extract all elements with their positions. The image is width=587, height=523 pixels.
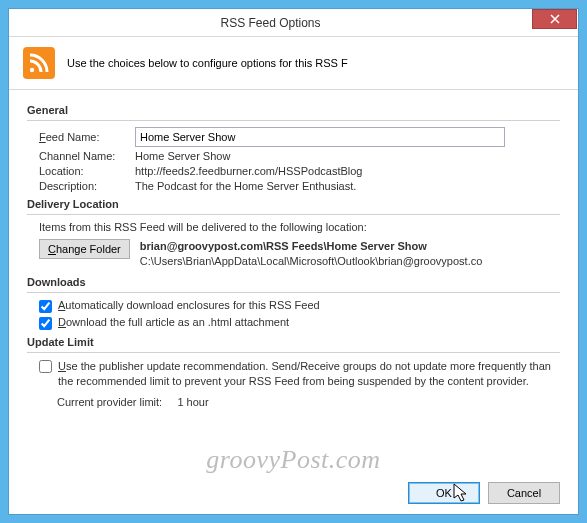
auto-download-label: Automatically download enclosures for th… — [58, 299, 320, 311]
section-update-heading: Update Limit — [27, 336, 560, 348]
divider — [27, 292, 560, 293]
channel-name-label: Channel Name: — [39, 150, 129, 162]
full-article-label: Download the full article as an .html at… — [58, 316, 289, 328]
close-icon — [550, 14, 560, 24]
location-label: Location: — [39, 165, 129, 177]
header-hint: Use the choices below to configure optio… — [67, 57, 348, 69]
auto-download-checkbox[interactable] — [39, 300, 52, 313]
header-band: Use the choices below to configure optio… — [9, 37, 578, 90]
divider — [27, 352, 560, 353]
section-downloads-heading: Downloads — [27, 276, 560, 288]
feed-name-label: Feed Name: — [39, 131, 129, 143]
titlebar: RSS Feed Options — [9, 9, 578, 37]
cancel-button[interactable]: Cancel — [488, 482, 560, 504]
section-delivery-heading: Delivery Location — [27, 198, 560, 210]
full-article-checkbox[interactable] — [39, 317, 52, 330]
channel-name-value: Home Server Show — [135, 150, 230, 162]
window-chrome: RSS Feed Options Use the choices below t… — [0, 0, 587, 523]
content-area: General Feed Name: Channel Name: Home Se… — [9, 90, 578, 474]
window-title: RSS Feed Options — [9, 16, 532, 30]
dialog-footer: OK Cancel — [9, 474, 578, 514]
rss-icon — [23, 47, 55, 79]
dialog-window: RSS Feed Options Use the choices below t… — [8, 8, 579, 515]
update-limit-label: Use the publisher update recommendation.… — [58, 359, 560, 389]
divider — [27, 214, 560, 215]
section-general-heading: General — [27, 104, 560, 116]
current-limit-row: Current provider limit: 1 hour — [57, 396, 560, 408]
delivery-path-main: brian@groovypost.com\RSS Feeds\Home Serv… — [140, 239, 483, 254]
delivery-path: brian@groovypost.com\RSS Feeds\Home Serv… — [140, 239, 483, 270]
delivery-note: Items from this RSS Feed will be deliver… — [39, 221, 560, 233]
description-label: Description: — [39, 180, 129, 192]
ok-button[interactable]: OK — [408, 482, 480, 504]
update-limit-checkbox[interactable] — [39, 360, 52, 373]
change-folder-button[interactable]: Change Folder — [39, 239, 130, 259]
divider — [27, 120, 560, 121]
svg-point-0 — [30, 68, 34, 72]
delivery-path-file: C:\Users\Brian\AppData\Local\Microsoft\O… — [140, 254, 483, 269]
description-value: The Podcast for the Home Server Enthusia… — [135, 180, 356, 192]
close-button[interactable] — [532, 9, 577, 29]
current-limit-value: 1 hour — [177, 396, 208, 408]
location-value: http://feeds2.feedburner.com/HSSPodcastB… — [135, 165, 362, 177]
feed-name-input[interactable] — [135, 127, 505, 147]
current-limit-label: Current provider limit: — [57, 396, 162, 408]
